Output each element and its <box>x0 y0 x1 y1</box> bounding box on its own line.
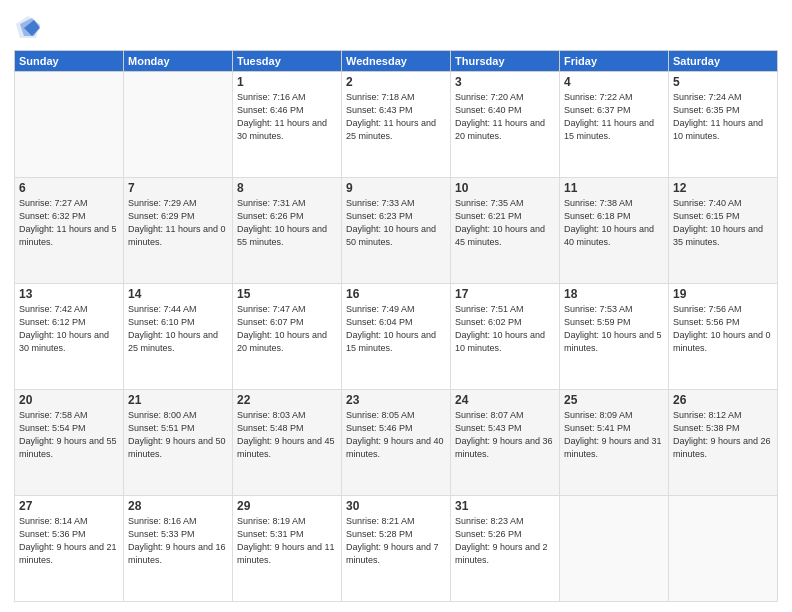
calendar-cell: 6Sunrise: 7:27 AM Sunset: 6:32 PM Daylig… <box>15 178 124 284</box>
calendar-week-row: 6Sunrise: 7:27 AM Sunset: 6:32 PM Daylig… <box>15 178 778 284</box>
calendar-cell <box>15 72 124 178</box>
calendar-week-row: 20Sunrise: 7:58 AM Sunset: 5:54 PM Dayli… <box>15 390 778 496</box>
day-info: Sunrise: 7:47 AM Sunset: 6:07 PM Dayligh… <box>237 303 337 355</box>
day-info: Sunrise: 7:24 AM Sunset: 6:35 PM Dayligh… <box>673 91 773 143</box>
day-info: Sunrise: 8:16 AM Sunset: 5:33 PM Dayligh… <box>128 515 228 567</box>
day-number: 8 <box>237 181 337 195</box>
calendar-cell: 19Sunrise: 7:56 AM Sunset: 5:56 PM Dayli… <box>669 284 778 390</box>
calendar-cell: 1Sunrise: 7:16 AM Sunset: 6:46 PM Daylig… <box>233 72 342 178</box>
day-number: 17 <box>455 287 555 301</box>
day-info: Sunrise: 7:27 AM Sunset: 6:32 PM Dayligh… <box>19 197 119 249</box>
day-number: 26 <box>673 393 773 407</box>
day-number: 27 <box>19 499 119 513</box>
weekday-header-wednesday: Wednesday <box>342 51 451 72</box>
calendar-cell: 22Sunrise: 8:03 AM Sunset: 5:48 PM Dayli… <box>233 390 342 496</box>
day-number: 12 <box>673 181 773 195</box>
day-number: 9 <box>346 181 446 195</box>
day-number: 16 <box>346 287 446 301</box>
weekday-header-friday: Friday <box>560 51 669 72</box>
calendar-cell: 3Sunrise: 7:20 AM Sunset: 6:40 PM Daylig… <box>451 72 560 178</box>
calendar-cell <box>669 496 778 602</box>
calendar-cell: 4Sunrise: 7:22 AM Sunset: 6:37 PM Daylig… <box>560 72 669 178</box>
calendar-cell: 24Sunrise: 8:07 AM Sunset: 5:43 PM Dayli… <box>451 390 560 496</box>
day-number: 21 <box>128 393 228 407</box>
calendar-week-row: 27Sunrise: 8:14 AM Sunset: 5:36 PM Dayli… <box>15 496 778 602</box>
day-number: 3 <box>455 75 555 89</box>
calendar-cell: 25Sunrise: 8:09 AM Sunset: 5:41 PM Dayli… <box>560 390 669 496</box>
day-number: 10 <box>455 181 555 195</box>
day-number: 20 <box>19 393 119 407</box>
day-number: 23 <box>346 393 446 407</box>
day-number: 31 <box>455 499 555 513</box>
calendar-cell: 11Sunrise: 7:38 AM Sunset: 6:18 PM Dayli… <box>560 178 669 284</box>
calendar-cell: 14Sunrise: 7:44 AM Sunset: 6:10 PM Dayli… <box>124 284 233 390</box>
calendar-cell: 28Sunrise: 8:16 AM Sunset: 5:33 PM Dayli… <box>124 496 233 602</box>
day-number: 4 <box>564 75 664 89</box>
calendar-cell: 17Sunrise: 7:51 AM Sunset: 6:02 PM Dayli… <box>451 284 560 390</box>
day-number: 19 <box>673 287 773 301</box>
day-info: Sunrise: 7:56 AM Sunset: 5:56 PM Dayligh… <box>673 303 773 355</box>
day-info: Sunrise: 7:20 AM Sunset: 6:40 PM Dayligh… <box>455 91 555 143</box>
day-info: Sunrise: 7:35 AM Sunset: 6:21 PM Dayligh… <box>455 197 555 249</box>
day-number: 22 <box>237 393 337 407</box>
calendar-cell: 9Sunrise: 7:33 AM Sunset: 6:23 PM Daylig… <box>342 178 451 284</box>
day-info: Sunrise: 7:22 AM Sunset: 6:37 PM Dayligh… <box>564 91 664 143</box>
day-number: 7 <box>128 181 228 195</box>
day-info: Sunrise: 7:51 AM Sunset: 6:02 PM Dayligh… <box>455 303 555 355</box>
weekday-header-thursday: Thursday <box>451 51 560 72</box>
day-info: Sunrise: 7:29 AM Sunset: 6:29 PM Dayligh… <box>128 197 228 249</box>
day-number: 30 <box>346 499 446 513</box>
calendar-cell: 7Sunrise: 7:29 AM Sunset: 6:29 PM Daylig… <box>124 178 233 284</box>
calendar-cell: 18Sunrise: 7:53 AM Sunset: 5:59 PM Dayli… <box>560 284 669 390</box>
day-number: 28 <box>128 499 228 513</box>
day-info: Sunrise: 7:31 AM Sunset: 6:26 PM Dayligh… <box>237 197 337 249</box>
day-number: 25 <box>564 393 664 407</box>
weekday-header-row: SundayMondayTuesdayWednesdayThursdayFrid… <box>15 51 778 72</box>
calendar-cell: 8Sunrise: 7:31 AM Sunset: 6:26 PM Daylig… <box>233 178 342 284</box>
day-number: 2 <box>346 75 446 89</box>
day-info: Sunrise: 8:19 AM Sunset: 5:31 PM Dayligh… <box>237 515 337 567</box>
day-number: 18 <box>564 287 664 301</box>
day-info: Sunrise: 7:42 AM Sunset: 6:12 PM Dayligh… <box>19 303 119 355</box>
day-info: Sunrise: 7:44 AM Sunset: 6:10 PM Dayligh… <box>128 303 228 355</box>
calendar-cell <box>124 72 233 178</box>
calendar-cell: 10Sunrise: 7:35 AM Sunset: 6:21 PM Dayli… <box>451 178 560 284</box>
day-number: 6 <box>19 181 119 195</box>
day-info: Sunrise: 7:18 AM Sunset: 6:43 PM Dayligh… <box>346 91 446 143</box>
day-number: 24 <box>455 393 555 407</box>
calendar-cell: 5Sunrise: 7:24 AM Sunset: 6:35 PM Daylig… <box>669 72 778 178</box>
logo-icon <box>14 14 42 42</box>
calendar-cell: 16Sunrise: 7:49 AM Sunset: 6:04 PM Dayli… <box>342 284 451 390</box>
calendar-cell: 30Sunrise: 8:21 AM Sunset: 5:28 PM Dayli… <box>342 496 451 602</box>
calendar-cell: 21Sunrise: 8:00 AM Sunset: 5:51 PM Dayli… <box>124 390 233 496</box>
day-info: Sunrise: 7:38 AM Sunset: 6:18 PM Dayligh… <box>564 197 664 249</box>
calendar-cell: 23Sunrise: 8:05 AM Sunset: 5:46 PM Dayli… <box>342 390 451 496</box>
day-info: Sunrise: 8:12 AM Sunset: 5:38 PM Dayligh… <box>673 409 773 461</box>
day-info: Sunrise: 7:49 AM Sunset: 6:04 PM Dayligh… <box>346 303 446 355</box>
calendar-cell: 29Sunrise: 8:19 AM Sunset: 5:31 PM Dayli… <box>233 496 342 602</box>
page: SundayMondayTuesdayWednesdayThursdayFrid… <box>0 0 792 612</box>
calendar-cell: 31Sunrise: 8:23 AM Sunset: 5:26 PM Dayli… <box>451 496 560 602</box>
day-info: Sunrise: 8:09 AM Sunset: 5:41 PM Dayligh… <box>564 409 664 461</box>
day-info: Sunrise: 8:07 AM Sunset: 5:43 PM Dayligh… <box>455 409 555 461</box>
calendar-cell: 20Sunrise: 7:58 AM Sunset: 5:54 PM Dayli… <box>15 390 124 496</box>
day-info: Sunrise: 8:23 AM Sunset: 5:26 PM Dayligh… <box>455 515 555 567</box>
calendar-cell: 13Sunrise: 7:42 AM Sunset: 6:12 PM Dayli… <box>15 284 124 390</box>
day-number: 15 <box>237 287 337 301</box>
day-info: Sunrise: 8:05 AM Sunset: 5:46 PM Dayligh… <box>346 409 446 461</box>
logo <box>14 14 46 42</box>
day-info: Sunrise: 8:14 AM Sunset: 5:36 PM Dayligh… <box>19 515 119 567</box>
calendar-cell: 27Sunrise: 8:14 AM Sunset: 5:36 PM Dayli… <box>15 496 124 602</box>
day-info: Sunrise: 8:21 AM Sunset: 5:28 PM Dayligh… <box>346 515 446 567</box>
calendar-cell <box>560 496 669 602</box>
calendar-cell: 2Sunrise: 7:18 AM Sunset: 6:43 PM Daylig… <box>342 72 451 178</box>
day-info: Sunrise: 8:00 AM Sunset: 5:51 PM Dayligh… <box>128 409 228 461</box>
day-number: 29 <box>237 499 337 513</box>
weekday-header-sunday: Sunday <box>15 51 124 72</box>
weekday-header-saturday: Saturday <box>669 51 778 72</box>
day-number: 14 <box>128 287 228 301</box>
day-info: Sunrise: 7:40 AM Sunset: 6:15 PM Dayligh… <box>673 197 773 249</box>
calendar-cell: 12Sunrise: 7:40 AM Sunset: 6:15 PM Dayli… <box>669 178 778 284</box>
day-info: Sunrise: 7:16 AM Sunset: 6:46 PM Dayligh… <box>237 91 337 143</box>
calendar-week-row: 13Sunrise: 7:42 AM Sunset: 6:12 PM Dayli… <box>15 284 778 390</box>
